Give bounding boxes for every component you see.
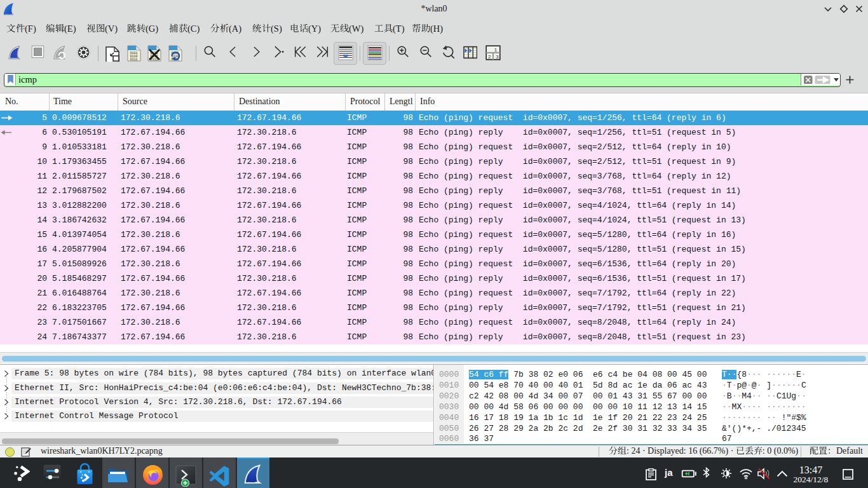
svg-text:0111: 0111	[130, 58, 138, 62]
svg-text:2: 2	[488, 54, 491, 60]
svg-text:1: 1	[494, 47, 498, 53]
svg-text:3: 3	[496, 54, 499, 60]
